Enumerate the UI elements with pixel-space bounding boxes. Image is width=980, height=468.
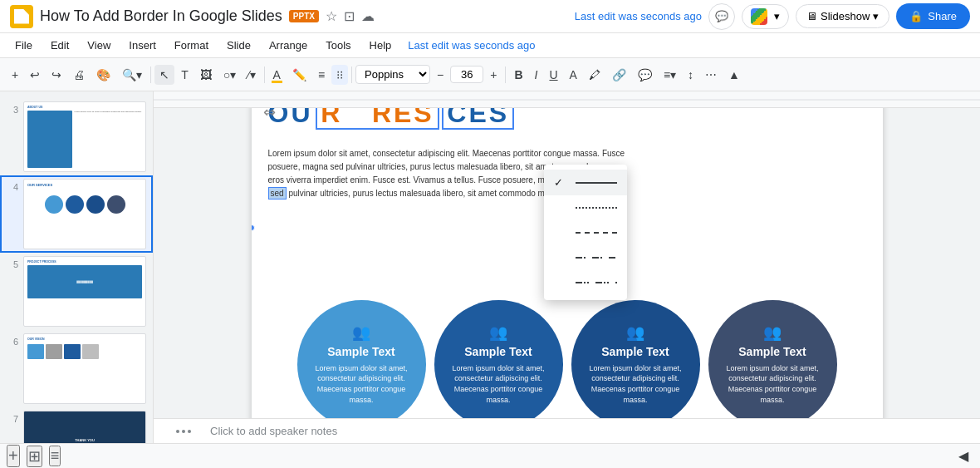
border-dashdot-option[interactable] (544, 245, 627, 270)
shapes-button[interactable]: ○▾ (218, 65, 241, 85)
border-dashed-option[interactable] (544, 220, 627, 245)
collapse-panel-button[interactable]: ◀ (953, 445, 973, 467)
comment-toolbar-button[interactable]: 💬 (633, 65, 657, 85)
filmstrip-view-button[interactable]: ≡ (49, 446, 61, 466)
dashed-line-preview (576, 227, 617, 239)
main-area: 3 ABOUT US Lorem ipsum dolor sit amet co… (0, 91, 980, 443)
circle-4: 👥 Sample Text Lorem ipsum dolor sit amet… (708, 300, 837, 419)
cloud-icon[interactable]: ☁ (361, 8, 375, 24)
italic-button[interactable]: I (530, 65, 543, 85)
print-button[interactable]: 🖨 (68, 65, 90, 85)
lock-icon: 🔒 (909, 10, 923, 22)
cursor-button[interactable]: ↖ (154, 65, 174, 85)
line-spacing-button[interactable]: ↕ (683, 65, 698, 85)
bold-button[interactable]: B (509, 65, 527, 85)
border-color-button[interactable]: ✏️ (287, 65, 311, 85)
circle-1-title: Sample Text (327, 345, 394, 358)
menu-slide[interactable]: Slide (218, 36, 259, 55)
title-bar: How To Add Border In Google Slides PPTX … (0, 0, 980, 33)
text-button[interactable]: T (176, 65, 194, 85)
toolbar-sep-3 (351, 67, 352, 83)
text-color-button[interactable]: A (565, 65, 582, 85)
redo-button[interactable]: ↪ (47, 65, 66, 85)
paint-format-button[interactable]: 🎨 (91, 65, 115, 85)
menu-tools[interactable]: Tools (317, 36, 359, 55)
menu-format[interactable]: Format (166, 36, 217, 55)
border-solid-option[interactable]: ✓ (544, 170, 627, 195)
zoom-button[interactable]: 🔍▾ (117, 65, 147, 85)
slide-num-7: 7 (7, 414, 18, 424)
slide-num-4: 4 (7, 182, 18, 192)
app-logo (10, 5, 33, 28)
slideshow-button[interactable]: 🖥 Slideshow ▾ (796, 4, 889, 28)
notes-area: Click to add speaker notes (154, 418, 980, 443)
slide-thumb-3: ABOUT US Lorem ipsum dolor sit amet cons… (23, 101, 146, 172)
notes-placeholder[interactable]: Click to add speaker notes (210, 425, 337, 437)
font-family-select[interactable]: Poppins (355, 65, 430, 84)
more-button[interactable]: ⋯ (700, 65, 722, 85)
circle-4-text: Lorem ipsum dolor sit amet, consectetur … (718, 363, 827, 405)
toolbar-sep-2 (264, 67, 265, 83)
menu-bar: File Edit View Insert Format Slide Arran… (0, 33, 980, 58)
app-logo-shape (14, 9, 29, 24)
font-size-input[interactable] (450, 66, 483, 83)
menu-arrange[interactable]: Arrange (261, 36, 316, 55)
circle-4-title: Sample Text (738, 345, 806, 358)
underline-button[interactable]: U (544, 65, 562, 85)
font-increase-button[interactable]: + (485, 65, 502, 85)
toolbar: + ↩ ↪ 🖨 🎨 🔍▾ ↖ T 🖼 ○▾ ∕▾ A ✏️ ≡ ⁝⁝ Poppi… (0, 58, 980, 91)
slide-thumb-6: OUR VISION (23, 333, 146, 404)
collapse-button[interactable]: ▲ (723, 65, 745, 85)
circle-1-text: Lorem ipsum dolor sit amet, consectetur … (307, 363, 416, 405)
link-button[interactable]: 🔗 (607, 65, 631, 85)
circle-2-title: Sample Text (464, 345, 532, 358)
meet-chevron: ▾ (774, 10, 780, 22)
share-button[interactable]: 🔒 Share (896, 3, 970, 29)
slide-item-5[interactable]: 5 PROJECT PROCESS ▓▓▓▓▓▓▓▓▓ (0, 253, 153, 330)
slide-panel: 3 ABOUT US Lorem ipsum dolor sit amet co… (0, 91, 154, 443)
font-decrease-button[interactable]: − (432, 65, 448, 85)
circle-3: 👥 Sample Text Lorem ipsum dolor sit amet… (571, 300, 700, 419)
align-button[interactable]: ≡▾ (659, 65, 681, 85)
menu-insert[interactable]: Insert (120, 36, 164, 55)
slide-num-5: 5 (7, 259, 18, 269)
body-sed-text: sed (268, 187, 287, 200)
undo-button[interactable]: ↩ (25, 65, 45, 85)
toolbar-sep-4 (505, 67, 506, 83)
menu-help[interactable]: Help (361, 36, 400, 55)
share-label: Share (928, 10, 957, 22)
slideshow-chevron: ▾ (873, 10, 879, 22)
slide-item-3[interactable]: 3 ABOUT US Lorem ipsum dolor sit amet co… (0, 98, 153, 175)
star-icon[interactable]: ☆ (326, 8, 337, 24)
image-button[interactable]: 🖼 (195, 65, 217, 85)
notes-resize-handle[interactable] (167, 430, 200, 433)
slide-item-4[interactable]: 4 OUR SERVICES (0, 175, 153, 253)
circle-2-text: Lorem ipsum dolor sit amet, consectetur … (444, 363, 553, 405)
border-dashdotdot-option[interactable] (544, 270, 627, 295)
menu-edit[interactable]: Edit (42, 36, 77, 55)
file-type-badge: PPTX (289, 10, 319, 22)
meet-icon (751, 8, 767, 25)
horizontal-ruler (154, 91, 980, 108)
add-button[interactable]: + (7, 65, 23, 85)
history-icon[interactable]: ⊡ (344, 8, 355, 24)
slide-item-6[interactable]: 6 OUR VISION (0, 330, 153, 407)
line-button[interactable]: ∕▾ (243, 65, 260, 85)
border-weight-button[interactable]: ≡ (313, 65, 330, 85)
grid-view-button[interactable]: ⊞ (27, 446, 42, 467)
highlight-button[interactable]: 🖍 (584, 65, 605, 85)
add-slide-button[interactable]: + (7, 445, 20, 467)
last-edit-text: Last edit was seconds ago (575, 10, 702, 22)
slide-thumb-4: OUR SERVICES (23, 179, 146, 249)
canvas-area: OU R RES CES ⇔ Lorem ipsum dolor sit ame… (154, 91, 980, 443)
fill-icon: A (273, 68, 281, 81)
border-dash-button[interactable]: ⁝⁝ (331, 65, 348, 85)
menu-view[interactable]: View (79, 36, 119, 55)
border-dotted-option[interactable] (544, 195, 627, 220)
slide-item-7[interactable]: 7 THANK YOU ▼ (0, 407, 153, 443)
menu-file[interactable]: File (7, 36, 41, 55)
meet-button[interactable]: ▾ (742, 4, 789, 29)
monitor-icon: 🖥 (806, 10, 817, 22)
fill-color-button[interactable]: A (268, 65, 286, 85)
comment-button[interactable]: 💬 (708, 3, 735, 30)
